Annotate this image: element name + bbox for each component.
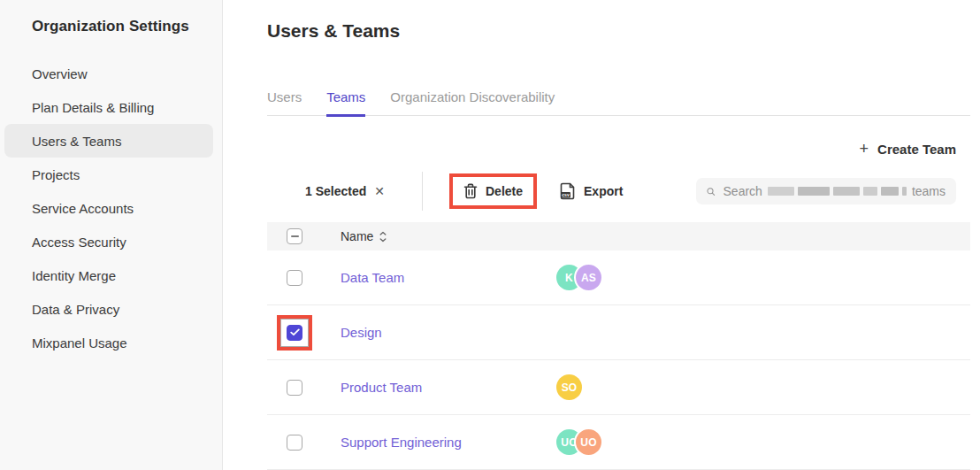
search-placeholder-suffix: teams (912, 184, 946, 198)
table-row: Product Team SO (267, 360, 970, 415)
sidebar-item-projects[interactable]: Projects (4, 158, 213, 191)
trash-icon (463, 183, 478, 199)
row-checkbox-cell (267, 435, 341, 451)
name-column-header[interactable]: Name (341, 229, 556, 243)
bulk-actions-toolbar: 1 Selected ✕ Delete (267, 173, 970, 210)
select-all-checkbox[interactable] (287, 228, 302, 244)
checkbox-annotation-box (277, 315, 312, 351)
export-button[interactable]: csv Export (560, 176, 623, 206)
sidebar-nav: Overview Plan Details & Billing Users & … (0, 57, 222, 359)
row-checkbox[interactable] (287, 270, 302, 286)
sidebar-item-overview[interactable]: Overview (4, 57, 213, 90)
avatar[interactable]: SO (556, 374, 582, 400)
teams-table: Name Data Team K AS (267, 222, 970, 470)
table-row: Data Team K AS (267, 250, 970, 305)
sidebar-item-data-privacy[interactable]: Data & Privacy (4, 292, 213, 326)
clear-selection-icon[interactable]: ✕ (374, 184, 385, 198)
row-checkbox-cell (267, 325, 341, 341)
team-name-link[interactable]: Product Team (341, 380, 422, 395)
tab-bar: Users Teams Organization Discoverability (267, 82, 970, 116)
app-window: Organization Settings Overview Plan Deta… (0, 0, 980, 470)
create-team-label: Create Team (877, 142, 956, 157)
delete-label: Delete (486, 184, 523, 198)
row-checkbox-cell (267, 270, 341, 286)
table-row: Design (267, 305, 970, 360)
search-placeholder: Search teams (724, 184, 946, 198)
selection-summary: 1 Selected ✕ (305, 184, 385, 198)
header-checkbox-cell (267, 228, 341, 244)
team-members-avatars: SO (556, 374, 582, 400)
svg-text:csv: csv (562, 192, 570, 197)
search-teams-input[interactable]: Search teams (696, 178, 956, 204)
tab-teams[interactable]: Teams (326, 82, 365, 117)
toolbar-divider (422, 172, 423, 211)
team-name-link[interactable]: Support Engineering (341, 435, 462, 450)
row-checkbox[interactable] (287, 380, 302, 396)
row-checkbox-cell (267, 380, 341, 396)
team-members-avatars: UO UO (556, 428, 603, 457)
sidebar-item-mixpanel-usage[interactable]: Mixpanel Usage (4, 326, 213, 359)
team-name-link[interactable]: Design (341, 325, 382, 340)
plus-icon: + (860, 142, 869, 156)
sidebar-item-identity-merge[interactable]: Identity Merge (4, 258, 213, 292)
create-team-button[interactable]: + Create Team (860, 142, 956, 157)
sidebar-item-users-teams[interactable]: Users & Teams (4, 124, 213, 158)
selected-count: 1 Selected (305, 184, 366, 198)
main-content: Users & Teams Users Teams Organization D… (223, 0, 980, 470)
table-row: Support Engineering UO UO (267, 415, 970, 470)
table-header-row: Name (267, 222, 970, 250)
page-title: Users & Teams (267, 0, 970, 42)
team-name-link[interactable]: Data Team (341, 270, 404, 285)
settings-sidebar: Organization Settings Overview Plan Deta… (0, 0, 223, 470)
sidebar-item-access-security[interactable]: Access Security (4, 225, 213, 258)
sidebar-title: Organization Settings (0, 0, 222, 35)
avatar[interactable]: UO (574, 428, 603, 457)
tab-users[interactable]: Users (267, 82, 302, 117)
avatar[interactable]: AS (574, 263, 603, 292)
search-placeholder-prefix: Search (724, 184, 762, 198)
csv-file-icon: csv (560, 182, 576, 200)
sort-icon (379, 231, 387, 243)
tab-organization-discoverability[interactable]: Organization Discoverability (390, 82, 555, 117)
check-icon (290, 328, 300, 336)
create-team-row: + Create Team (267, 139, 970, 158)
sidebar-item-plan-details-billing[interactable]: Plan Details & Billing (4, 90, 213, 124)
delete-annotation-box: Delete (449, 173, 537, 209)
name-header-label: Name (341, 229, 373, 243)
team-members-avatars: K AS (556, 263, 603, 292)
row-checkbox[interactable] (287, 435, 302, 451)
row-checkbox-checked[interactable] (287, 325, 302, 341)
sidebar-item-service-accounts[interactable]: Service Accounts (4, 191, 213, 225)
search-icon (707, 185, 716, 198)
redacted-text (768, 187, 907, 196)
delete-button[interactable]: Delete (453, 177, 533, 205)
export-label: Export (584, 184, 623, 198)
